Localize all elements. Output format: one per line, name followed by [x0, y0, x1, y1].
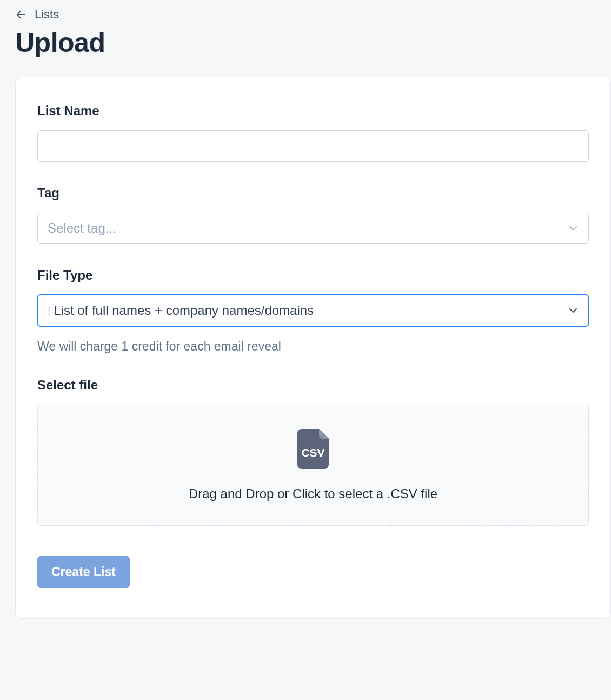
form-group-list-name: List Name	[37, 103, 589, 162]
back-arrow-icon[interactable]	[15, 9, 27, 21]
form-group-select-file: Select file CSV Drag and Drop or Click t…	[37, 378, 589, 526]
file-dropzone[interactable]: CSV Drag and Drop or Click to select a .…	[37, 405, 589, 526]
tag-select[interactable]: Select tag...	[37, 213, 589, 244]
upload-card: List Name Tag Select tag...	[15, 77, 611, 619]
breadcrumb[interactable]: Lists	[0, 0, 611, 22]
tag-select-placeholder: Select tag...	[48, 221, 116, 236]
select-indicators	[559, 213, 588, 243]
select-file-label: Select file	[37, 378, 589, 393]
select-indicators	[559, 295, 588, 326]
submit-row: Create List	[37, 556, 589, 588]
page-title: Upload	[0, 22, 611, 77]
select-separator	[559, 303, 559, 318]
select-separator	[559, 221, 559, 236]
chevron-down-icon[interactable]	[567, 222, 580, 235]
create-list-button[interactable]: Create List	[37, 556, 130, 588]
dropzone-text: Drag and Drop or Click to select a .CSV …	[189, 486, 437, 501]
breadcrumb-link-lists[interactable]: Lists	[35, 8, 59, 22]
list-name-input[interactable]	[37, 130, 589, 162]
input-caret: |	[48, 305, 50, 317]
file-type-hint: We will charge 1 credit for each email r…	[37, 339, 589, 354]
chevron-down-icon[interactable]	[567, 304, 580, 317]
list-name-label: List Name	[37, 103, 589, 118]
file-type-label: File Type	[37, 268, 589, 283]
csv-icon-text: CSV	[301, 446, 324, 459]
tag-label: Tag	[37, 186, 589, 201]
file-type-select[interactable]: | List of full names + company names/dom…	[37, 295, 589, 326]
file-type-selected-value: List of full names + company names/domai…	[54, 303, 314, 318]
form-group-tag: Tag Select tag...	[37, 186, 589, 244]
form-group-file-type: File Type | List of full names + company…	[37, 268, 589, 354]
csv-file-icon: CSV	[297, 429, 329, 469]
